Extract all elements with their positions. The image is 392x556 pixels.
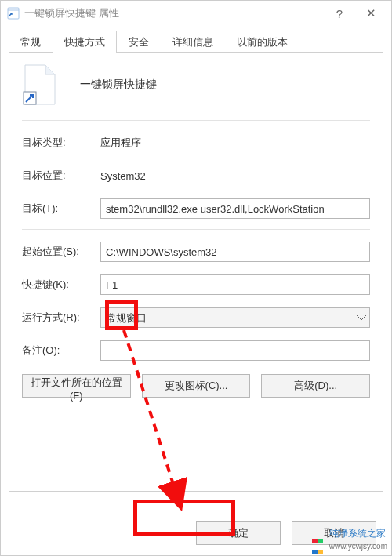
- watermark-text: 纯净系统之家: [329, 528, 386, 539]
- target-input[interactable]: [100, 198, 370, 219]
- button-row: 打开文件所在的位置(F) 更改图标(C)... 高级(D)...: [22, 374, 370, 398]
- row-target: 目标(T):: [22, 196, 370, 221]
- label-comment: 备注(O):: [22, 343, 100, 358]
- tab-label: 常规: [20, 36, 41, 48]
- row-comment: 备注(O):: [22, 338, 370, 363]
- window-title: 一键锁屏快捷键 属性: [24, 6, 324, 20]
- run-select[interactable]: 常规窗口: [100, 307, 370, 328]
- tab-security[interactable]: 安全: [117, 31, 161, 53]
- tab-label: 详细信息: [172, 36, 213, 48]
- svg-rect-0: [8, 8, 19, 19]
- row-start-in: 起始位置(S):: [22, 239, 370, 264]
- tab-strip: 常规 快捷方式 安全 详细信息 以前的版本: [9, 31, 383, 53]
- change-icon-button[interactable]: 更改图标(C)...: [142, 374, 251, 398]
- value-target-type: 应用程序: [100, 136, 141, 150]
- shortcut-display-name: 一键锁屏快捷键: [80, 78, 157, 92]
- label-start-in: 起始位置(S):: [22, 245, 100, 259]
- tab-general[interactable]: 常规: [9, 31, 53, 53]
- row-run: 运行方式(R): 常规窗口: [22, 305, 370, 330]
- separator: [22, 229, 370, 230]
- tab-label: 快捷方式: [64, 36, 105, 48]
- label-target-location: 目标位置:: [22, 169, 100, 183]
- shortcut-key-input[interactable]: [100, 274, 370, 295]
- ok-button[interactable]: 确定: [196, 521, 281, 545]
- value-target-location: System32: [100, 170, 146, 182]
- row-shortcut-key: 快捷键(K):: [22, 272, 370, 297]
- tab-details[interactable]: 详细信息: [161, 31, 225, 53]
- client-area: 常规 快捷方式 安全 详细信息 以前的版本 一键锁屏快捷键: [1, 26, 391, 492]
- start-in-input[interactable]: [100, 242, 370, 262]
- label-target-type: 目标类型:: [22, 136, 100, 150]
- tab-page-shortcut: 一键锁屏快捷键 目标类型: 应用程序 目标位置: System32 目标(T):…: [9, 53, 383, 492]
- comment-input[interactable]: [100, 340, 370, 361]
- tab-previous-versions[interactable]: 以前的版本: [225, 31, 299, 53]
- row-target-location: 目标位置: System32: [22, 163, 370, 188]
- window-sysicon: [7, 7, 20, 20]
- open-file-location-button[interactable]: 打开文件所在的位置(F): [22, 374, 131, 398]
- watermark-logo-icon: [312, 534, 326, 545]
- close-button[interactable]: ✕: [355, 2, 387, 24]
- watermark-url: www.ycwjsy.com: [329, 542, 387, 551]
- label-shortcut-key: 快捷键(K):: [22, 278, 100, 292]
- row-target-type: 目标类型: 应用程序: [22, 130, 370, 155]
- label-run: 运行方式(R):: [22, 311, 100, 325]
- separator: [22, 120, 370, 121]
- watermark: 纯净系统之家 www.ycwjsy.com: [310, 527, 389, 551]
- titlebar: 一键锁屏快捷键 属性 ? ✕: [1, 1, 391, 26]
- tab-label: 安全: [129, 36, 149, 48]
- shortcut-file-icon: [22, 64, 58, 106]
- label-target: 目标(T):: [22, 202, 100, 216]
- tab-shortcut[interactable]: 快捷方式: [53, 31, 117, 53]
- advanced-button[interactable]: 高级(D)...: [261, 374, 370, 398]
- tab-label: 以前的版本: [237, 36, 288, 48]
- header-row: 一键锁屏快捷键: [22, 64, 370, 106]
- help-button[interactable]: ?: [324, 2, 355, 24]
- properties-dialog: 一键锁屏快捷键 属性 ? ✕ 常规 快捷方式 安全 详细信息 以前的版本: [0, 0, 392, 556]
